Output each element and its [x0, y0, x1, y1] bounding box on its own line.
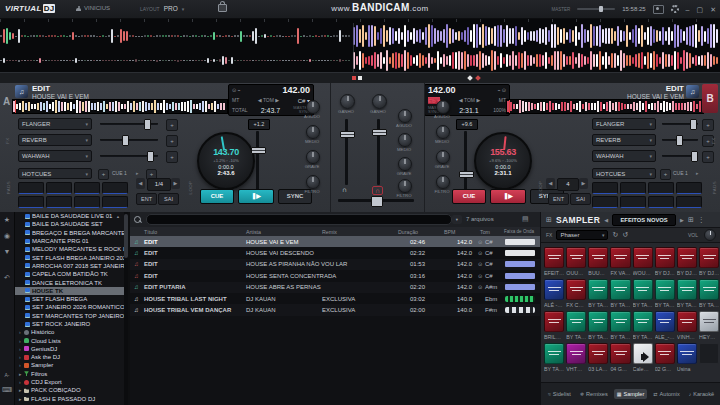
- more-options-icon[interactable]: ⋮: [698, 216, 705, 224]
- deck-b-loop-out[interactable]: SAI: [570, 193, 591, 205]
- col-duration[interactable]: Duração: [398, 229, 418, 235]
- slider-handle[interactable]: [690, 119, 697, 130]
- sidebar-item-hist-rico[interactable]: ›Histórico: [15, 328, 124, 336]
- table-row[interactable]: ♫HOUSE TRIBAL LAST NIGHTDJ KAUANEXCLUSIV…: [130, 293, 540, 304]
- deck-a-loop-half[interactable]: ◀: [136, 178, 145, 189]
- sidebar-item-cloud-lists[interactable]: ›Cloud Lists: [15, 336, 124, 344]
- deck-b-play-button[interactable]: ❚▶: [490, 189, 526, 204]
- tab-karaokê[interactable]: ♪Karaokê: [686, 389, 717, 399]
- expander-icon[interactable]: ▸: [19, 387, 24, 393]
- deck-a-fx-slider-1[interactable]: [100, 123, 158, 125]
- deck-a-fx-slot-2[interactable]: REVERB▾: [18, 134, 92, 146]
- lock-icon[interactable]: [218, 4, 227, 12]
- hotcue-pad[interactable]: [46, 182, 72, 194]
- deck-a-fx-on-2[interactable]: +: [166, 135, 178, 147]
- sampler-pad[interactable]: [544, 343, 564, 364]
- minimize-button[interactable]: –: [686, 6, 690, 13]
- deck-b-fx-on-3[interactable]: +: [702, 151, 714, 163]
- settings-gear-icon[interactable]: [671, 5, 679, 13]
- rhythm-wave-panel[interactable]: [0, 18, 720, 83]
- hotcue-pad[interactable]: [592, 196, 618, 208]
- deck-b-eq-high-knob[interactable]: [436, 100, 450, 114]
- deck-b-fx-on-1[interactable]: +: [702, 119, 714, 131]
- sidebar-item-filtros[interactable]: ▸Filtros: [15, 370, 124, 378]
- hotcue-pad[interactable]: [18, 196, 44, 208]
- mixer-eq-low-knob[interactable]: [398, 157, 412, 171]
- hotcue-pad[interactable]: [648, 196, 674, 208]
- sidebar-item-dance-eletronica-tk[interactable]: DANCE ELETRONICA TK: [15, 278, 124, 286]
- hotcue-pad[interactable]: [592, 182, 618, 194]
- sidebar-item-brega-o-e-brega-marcante-live[interactable]: BREGAÇO E BREGA MARCANTE LIVE: [15, 229, 124, 237]
- view-options-icon[interactable]: ▤: [522, 215, 529, 223]
- sampler-volume-knob[interactable]: [704, 229, 716, 241]
- deck-b-loop-double[interactable]: ▶: [579, 178, 588, 189]
- deck-a-fx-slider-2[interactable]: [100, 139, 158, 141]
- sidebar-item-baile-da-saudade-set[interactable]: BAILE DA SAUDADE SET: [15, 220, 124, 228]
- tab-sidelist[interactable]: ≈Sidelist: [545, 389, 574, 399]
- tab-sampler[interactable]: ▦Sampler: [614, 389, 648, 399]
- deck-b-jog-wheel[interactable]: 155.63 +9.6% ◦ -100% 0:00.0 2:31.1: [474, 132, 532, 190]
- deck-b-fx-slot-3[interactable]: WAHWAH▾: [592, 150, 656, 162]
- deck-b-cue-button[interactable]: CUE: [452, 189, 486, 204]
- grid-icon[interactable]: ⊞: [546, 216, 552, 224]
- pfl-1-headphones-icon[interactable]: ∩: [342, 186, 347, 193]
- tab-automix[interactable]: ⇄Automix: [650, 389, 682, 399]
- grid-view-icon[interactable]: ⊞: [688, 216, 694, 224]
- deck-b-fx-slider-1[interactable]: [662, 123, 698, 125]
- deck-a-fx-on-1[interactable]: +: [166, 119, 178, 131]
- deck-a-eq-low-knob[interactable]: [306, 150, 320, 164]
- deck-a-hotcues-select[interactable]: HOTCUES▾: [18, 168, 92, 179]
- sampler-pad[interactable]: [699, 279, 719, 300]
- slider-handle[interactable]: [122, 135, 129, 146]
- crossfader-handle[interactable]: [371, 196, 383, 207]
- sidebar-item-sampler[interactable]: ›Sampler: [15, 361, 124, 369]
- sidebar-item-capela-com-batid-o-tk[interactable]: CAPELA COM BATIDÃO TK: [15, 270, 124, 278]
- deck-a-hotcue-add[interactable]: +: [98, 169, 109, 180]
- deck-a-fx-on-3[interactable]: +: [166, 151, 178, 163]
- deck-b-filter-knob[interactable]: [436, 175, 450, 189]
- mixer-gain-1-knob[interactable]: [340, 94, 355, 109]
- sampler-pad[interactable]: [544, 279, 564, 300]
- sidebar-item-ask-the-dj[interactable]: ›Ask the DJ: [15, 353, 124, 361]
- record-icon[interactable]: [653, 5, 664, 14]
- disc-icon[interactable]: ◉: [0, 232, 14, 240]
- sidebar-item-set-rock-janeiro[interactable]: SET ROCK JANEIRO: [15, 320, 124, 328]
- sidebar-item-pack-cobi-ado[interactable]: ▸PACK COBIÇADO: [15, 386, 124, 394]
- sampler-pad[interactable]: [544, 311, 564, 332]
- sidebar-item-baile-da-saudade-live-01[interactable]: BAILE DA SAUDADE LIVE 01: [15, 212, 124, 220]
- user-menu[interactable]: VINICIUS: [76, 5, 110, 11]
- mixer-eq-high-knob[interactable]: [398, 109, 412, 123]
- slider-handle[interactable]: [676, 135, 683, 146]
- deck-a-fx-slot-3[interactable]: WAHWAH▾: [18, 150, 92, 162]
- col-title[interactable]: Título: [144, 229, 157, 235]
- sampler-pad[interactable]: [610, 247, 630, 268]
- master-volume-slider[interactable]: [577, 8, 615, 10]
- hotcue-pad[interactable]: [676, 182, 702, 194]
- sampler-pad[interactable]: [610, 311, 630, 332]
- filter-funnel-icon[interactable]: ▼: [0, 248, 14, 255]
- deck-b-track-overview[interactable]: [506, 99, 704, 114]
- hotcue-pad[interactable]: [74, 196, 100, 208]
- deck-a-eq-mid-knob[interactable]: [306, 125, 320, 139]
- deck-a-filter-knob[interactable]: [306, 175, 320, 189]
- deck-a-pitch-handle[interactable]: [251, 147, 266, 154]
- sampler-pad[interactable]: [655, 279, 675, 300]
- arrow-right-icon[interactable]: ▸: [696, 170, 699, 176]
- sampler-pad[interactable]: [566, 311, 586, 332]
- scroll-up-icon[interactable]: ▲: [116, 214, 120, 219]
- sampler-pad[interactable]: [699, 247, 719, 268]
- sampler-pad[interactable]: [699, 311, 719, 332]
- sampler-fx-select[interactable]: Phaser▾: [556, 230, 608, 240]
- sidebar-item-set-flash-brega[interactable]: SET FLASH BREGA: [15, 295, 124, 303]
- table-row[interactable]: ♫EDITHOUSE AS PIRANHA NÃO VOU LAR01:5314…: [130, 259, 540, 270]
- sampler-pad[interactable]: [655, 343, 675, 364]
- hotcue-pad[interactable]: [102, 182, 128, 194]
- arrow-right-icon[interactable]: ▸: [136, 170, 139, 176]
- deck-a-play-button[interactable]: ❚▶: [238, 189, 274, 204]
- sampler-pad[interactable]: [588, 311, 608, 332]
- sampler-pad[interactable]: [588, 247, 608, 268]
- sampler-pad[interactable]: [544, 247, 564, 268]
- maximize-button[interactable]: ▢: [697, 6, 704, 13]
- deck-b-hotcue-add[interactable]: +: [660, 169, 671, 180]
- deck-a-fx-slot-1[interactable]: FLANGER▾: [18, 118, 92, 130]
